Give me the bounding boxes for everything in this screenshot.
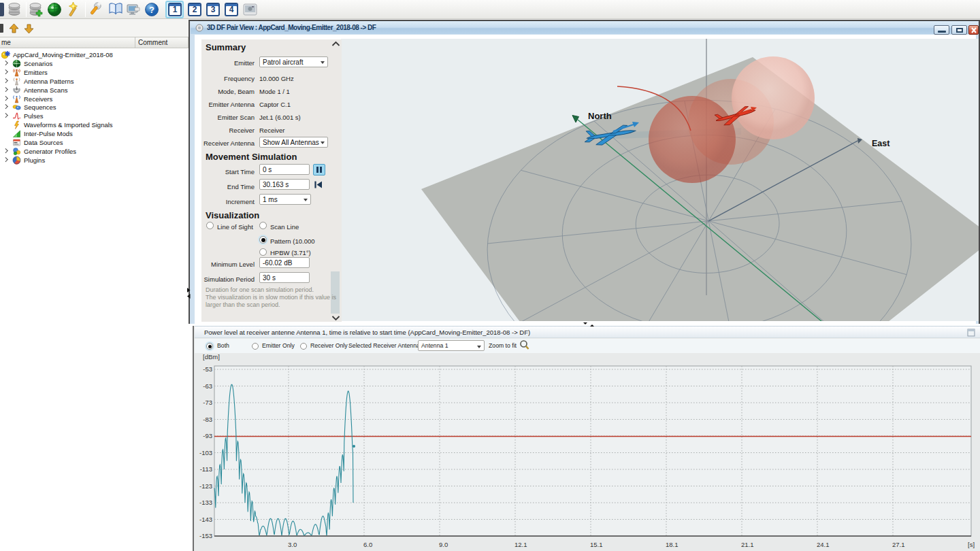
svg-text:?: ? — [149, 5, 154, 15]
svg-text:[s]: [s] — [968, 541, 975, 548]
svg-text:North: North — [588, 111, 612, 121]
svg-text:6.0: 6.0 — [363, 541, 372, 548]
svg-text:24.1: 24.1 — [817, 541, 830, 548]
svg-text:9.0: 9.0 — [439, 541, 448, 548]
svg-text:-83: -83 — [203, 416, 212, 423]
svg-text:27.1: 27.1 — [892, 541, 905, 548]
svg-text:[dBm]: [dBm] — [203, 353, 220, 361]
svg-text:-103: -103 — [199, 449, 212, 456]
svg-text:12.1: 12.1 — [514, 541, 527, 548]
svg-text:-73: -73 — [203, 399, 212, 406]
svg-text:15.1: 15.1 — [590, 541, 603, 548]
svg-text:East: East — [872, 139, 890, 148]
svg-text:3.0: 3.0 — [288, 541, 297, 548]
svg-text:-133: -133 — [199, 499, 212, 506]
svg-text:-153: -153 — [199, 532, 212, 539]
svg-text:18.1: 18.1 — [666, 541, 679, 548]
svg-text:-123: -123 — [199, 482, 212, 490]
svg-text:21.1: 21.1 — [741, 541, 754, 548]
svg-text:-143: -143 — [199, 516, 212, 523]
svg-text:-53: -53 — [203, 365, 212, 373]
svg-text:-63: -63 — [203, 382, 212, 390]
svg-text:-113: -113 — [200, 465, 212, 473]
svg-text:-93: -93 — [203, 432, 212, 439]
